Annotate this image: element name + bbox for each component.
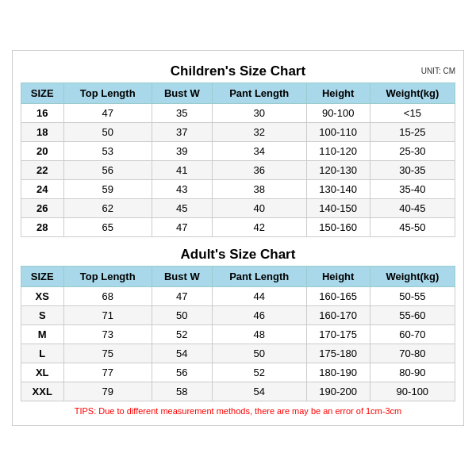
table-cell: 56 xyxy=(152,363,212,382)
table-cell: 46 xyxy=(212,306,306,325)
table-cell: 52 xyxy=(152,325,212,344)
table-cell: 35-40 xyxy=(370,180,455,199)
table-cell: 41 xyxy=(152,161,212,180)
adult-col-top-length: Top Length xyxy=(63,267,152,287)
children-col-height: Height xyxy=(306,83,370,104)
table-cell: 44 xyxy=(212,287,306,306)
table-cell: 40-45 xyxy=(370,199,455,218)
table-cell: 30-35 xyxy=(370,161,455,180)
table-cell: 16 xyxy=(21,104,64,123)
table-cell: 170-175 xyxy=(306,325,370,344)
children-col-top-length: Top Length xyxy=(63,83,152,104)
table-cell: <15 xyxy=(370,104,455,123)
chart-container: Children's Size Chart UNIT: CM SIZE Top … xyxy=(12,50,464,426)
table-cell: 25-30 xyxy=(370,142,455,161)
table-cell: 79 xyxy=(63,382,152,401)
table-cell: 50 xyxy=(63,123,152,142)
table-row: XS684744160-16550-55 xyxy=(21,287,455,306)
children-col-pant-length: Pant Length xyxy=(212,83,306,104)
table-row: S715046160-17055-60 xyxy=(21,306,455,325)
table-cell: 39 xyxy=(152,142,212,161)
table-cell: 75 xyxy=(63,344,152,363)
table-cell: XXL xyxy=(21,382,64,401)
adult-title-text: Adult's Size Chart xyxy=(181,247,296,262)
table-cell: 175-180 xyxy=(306,344,370,363)
table-row: 24594338130-14035-40 xyxy=(21,180,455,199)
children-title-text: Children's Size Chart xyxy=(171,63,305,79)
table-row: M735248170-17560-70 xyxy=(21,325,455,344)
table-cell: 20 xyxy=(21,142,64,161)
adult-size-table: SIZE Top Length Bust W Pant Length Heigh… xyxy=(21,266,455,401)
table-row: 28654742150-16045-50 xyxy=(21,218,455,237)
table-cell: 36 xyxy=(212,161,306,180)
table-cell: 45-50 xyxy=(370,218,455,237)
table-row: XXL795854190-20090-100 xyxy=(21,382,455,401)
table-cell: 50-55 xyxy=(370,287,455,306)
table-cell: 43 xyxy=(152,180,212,199)
children-col-bust-w: Bust W xyxy=(152,83,212,104)
table-cell: 30 xyxy=(212,104,306,123)
table-cell: 47 xyxy=(63,104,152,123)
table-cell: 54 xyxy=(152,344,212,363)
adult-header-row: SIZE Top Length Bust W Pant Length Heigh… xyxy=(21,267,455,287)
table-cell: 56 xyxy=(63,161,152,180)
adult-col-bust-w: Bust W xyxy=(152,267,212,287)
table-cell: 65 xyxy=(63,218,152,237)
table-cell: 130-140 xyxy=(306,180,370,199)
table-cell: 120-130 xyxy=(306,161,370,180)
table-cell: 24 xyxy=(21,180,64,199)
table-cell: 48 xyxy=(212,325,306,344)
table-cell: 40 xyxy=(212,199,306,218)
table-cell: 180-190 xyxy=(306,363,370,382)
table-cell: 53 xyxy=(63,142,152,161)
table-cell: 35 xyxy=(152,104,212,123)
adult-col-size: SIZE xyxy=(21,267,64,287)
table-cell: 190-200 xyxy=(306,382,370,401)
adult-col-height: Height xyxy=(306,267,370,287)
table-row: 18503732100-11015-25 xyxy=(21,123,455,142)
table-cell: 45 xyxy=(152,199,212,218)
table-cell: 37 xyxy=(152,123,212,142)
table-row: 22564136120-13030-35 xyxy=(21,161,455,180)
table-cell: 47 xyxy=(152,218,212,237)
table-cell: 22 xyxy=(21,161,64,180)
adult-col-weight: Weight(kg) xyxy=(370,267,455,287)
children-section-title: Children's Size Chart UNIT: CM xyxy=(21,59,455,83)
table-cell: 160-165 xyxy=(306,287,370,306)
table-cell: 90-100 xyxy=(370,382,455,401)
table-cell: 62 xyxy=(63,199,152,218)
table-cell: 38 xyxy=(212,180,306,199)
table-cell: 100-110 xyxy=(306,123,370,142)
table-cell: L xyxy=(21,344,64,363)
table-cell: 150-160 xyxy=(306,218,370,237)
table-cell: 28 xyxy=(21,218,64,237)
adult-section-title: Adult's Size Chart xyxy=(21,242,455,266)
table-cell: 110-120 xyxy=(306,142,370,161)
table-cell: 90-100 xyxy=(306,104,370,123)
table-cell: 71 xyxy=(63,306,152,325)
table-cell: XS xyxy=(21,287,64,306)
table-cell: M xyxy=(21,325,64,344)
table-cell: 52 xyxy=(212,363,306,382)
table-cell: 58 xyxy=(152,382,212,401)
table-cell: 50 xyxy=(212,344,306,363)
table-cell: 160-170 xyxy=(306,306,370,325)
table-cell: 18 xyxy=(21,123,64,142)
table-row: 26624540140-15040-45 xyxy=(21,199,455,218)
table-row: 1647353090-100<15 xyxy=(21,104,455,123)
table-cell: 47 xyxy=(152,287,212,306)
table-cell: 32 xyxy=(212,123,306,142)
children-header-row: SIZE Top Length Bust W Pant Length Heigh… xyxy=(21,83,455,104)
table-cell: 140-150 xyxy=(306,199,370,218)
table-cell: S xyxy=(21,306,64,325)
table-cell: 80-90 xyxy=(370,363,455,382)
table-cell: 70-80 xyxy=(370,344,455,363)
table-cell: 68 xyxy=(63,287,152,306)
children-col-size: SIZE xyxy=(21,83,64,104)
adult-col-pant-length: Pant Length xyxy=(212,267,306,287)
table-cell: 60-70 xyxy=(370,325,455,344)
table-cell: 59 xyxy=(63,180,152,199)
table-row: L755450175-18070-80 xyxy=(21,344,455,363)
table-cell: 15-25 xyxy=(370,123,455,142)
table-cell: 42 xyxy=(212,218,306,237)
